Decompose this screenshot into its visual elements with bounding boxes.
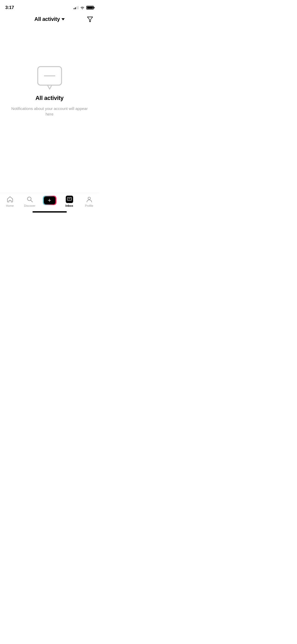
wifi-icon — [80, 6, 85, 10]
chat-bubble-icon — [36, 65, 63, 90]
empty-state: All activity Notifications about your ac… — [0, 65, 99, 117]
svg-marker-0 — [87, 17, 93, 22]
header: All activity — [0, 12, 99, 26]
profile-icon — [86, 196, 93, 203]
status-time: 3:17 — [5, 5, 14, 10]
battery-icon — [86, 6, 94, 10]
svg-point-7 — [88, 197, 90, 200]
plus-icon: + — [48, 197, 51, 203]
profile-label: Profile — [85, 204, 93, 207]
svg-line-4 — [31, 200, 32, 202]
home-label: Home — [6, 204, 14, 207]
search-icon — [26, 196, 34, 203]
discover-label: Discover — [24, 204, 35, 207]
empty-state-title: All activity — [35, 95, 63, 102]
filter-button[interactable] — [86, 15, 94, 23]
signal-bars-icon — [74, 6, 78, 9]
inbox-icon — [66, 196, 73, 203]
empty-state-subtitle: Notifications about your account will ap… — [0, 106, 99, 117]
create-button[interactable]: + — [43, 196, 56, 205]
nav-item-home[interactable]: Home — [2, 196, 18, 207]
status-icons — [74, 6, 94, 10]
home-indicator — [32, 211, 67, 213]
nav-item-discover[interactable]: Discover — [22, 196, 38, 207]
home-icon — [6, 196, 14, 203]
inbox-label: Inbox — [65, 204, 73, 207]
nav-item-create[interactable]: + — [42, 196, 58, 205]
status-bar: 3:17 — [0, 0, 99, 12]
chevron-down-icon — [62, 18, 65, 20]
main-content: All activity Notifications about your ac… — [0, 26, 99, 193]
activity-filter-dropdown[interactable]: All activity — [34, 16, 64, 22]
nav-item-inbox[interactable]: Inbox — [62, 196, 77, 207]
header-title: All activity — [34, 16, 60, 22]
filter-icon — [86, 15, 94, 23]
nav-item-profile[interactable]: Profile — [81, 196, 97, 207]
